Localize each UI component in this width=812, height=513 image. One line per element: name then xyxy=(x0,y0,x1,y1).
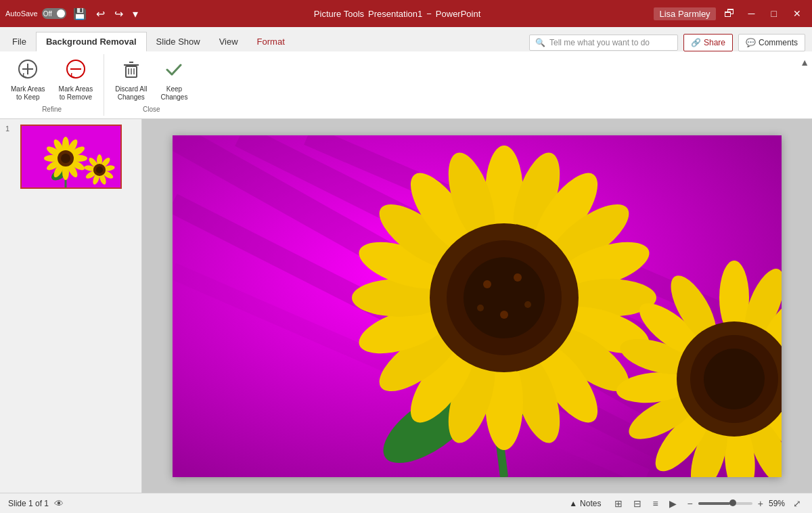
search-icon: 🔍 xyxy=(535,38,545,47)
slide-panel: 1 xyxy=(0,119,142,493)
comments-label: Comments xyxy=(759,38,798,47)
slide-canvas xyxy=(173,135,782,477)
fit-to-window-icon[interactable]: ⤢ xyxy=(790,497,804,510)
tab-background-removal[interactable]: Background Removal xyxy=(36,32,147,52)
ribbon-group-refine: Mark Areasto Keep Mark Areasto Remove Re… xyxy=(0,54,104,116)
status-left: Slide 1 of 1 👁 xyxy=(8,498,558,509)
slide-info: Slide 1 of 1 xyxy=(8,499,49,508)
ribbon-collapse-button[interactable]: ▲ xyxy=(797,54,812,70)
svg-point-70 xyxy=(514,273,522,282)
zoom-minus-button[interactable]: − xyxy=(685,497,696,510)
close-group-label: Close xyxy=(110,106,193,116)
title-bar-right: Lisa Parmley 🗗 ─ □ ✕ xyxy=(654,5,807,22)
slide-number: 1 xyxy=(5,125,15,133)
tab-slide-show[interactable]: Slide Show xyxy=(147,31,210,51)
title-bar: AutoSave Off 💾 ↩ ↪ ▾ Picture Tools Prese… xyxy=(0,0,812,27)
main-area: 1 xyxy=(0,119,812,493)
comments-icon: 💬 xyxy=(746,38,756,47)
share-icon: 🔗 xyxy=(691,38,701,47)
slide-sorter-icon[interactable]: ⊟ xyxy=(631,497,644,510)
search-placeholder: Tell me what you want to do xyxy=(549,38,650,47)
tab-view[interactable]: View xyxy=(210,31,248,51)
zoom-controls: − + 59% xyxy=(685,497,785,510)
presentation-name: Presentation1 xyxy=(368,9,422,19)
slideshow-icon[interactable]: ▶ xyxy=(667,497,679,510)
slide-thumbnail[interactable] xyxy=(20,125,122,189)
mark-areas-keep-button[interactable]: Mark Areasto Keep xyxy=(5,55,51,104)
autosave-state: Off xyxy=(43,10,52,18)
share-button[interactable]: 🔗 Share xyxy=(683,34,733,51)
share-label: Share xyxy=(704,38,725,47)
mark-remove-label: Mark Areasto Remove xyxy=(59,85,93,102)
title-bar-left: AutoSave Off 💾 ↩ ↪ ▾ xyxy=(5,6,141,22)
slide-thumb-inner xyxy=(22,126,120,187)
trash-icon xyxy=(120,58,142,83)
restore-icon[interactable]: 🗗 xyxy=(721,6,738,21)
zoom-slider[interactable] xyxy=(698,502,752,505)
tab-format[interactable]: Format xyxy=(248,31,294,51)
autosave-toggle[interactable]: Off xyxy=(42,8,66,19)
svg-point-93 xyxy=(704,349,765,409)
slide-image xyxy=(173,135,782,477)
comments-button[interactable]: 💬 Comments xyxy=(738,34,805,51)
ribbon-tabs: File Background Removal Slide Show View … xyxy=(0,27,812,51)
notes-icon: ▲ xyxy=(569,499,577,508)
normal-view-icon[interactable]: ⊞ xyxy=(612,497,625,510)
discard-changes-button[interactable]: Discard AllChanges xyxy=(110,55,152,104)
svg-point-71 xyxy=(483,280,491,288)
tab-file[interactable]: File xyxy=(3,31,36,51)
user-name[interactable]: Lisa Parmley xyxy=(654,7,715,20)
svg-point-38 xyxy=(96,166,103,173)
zoom-thumb xyxy=(729,499,736,506)
customize-icon[interactable]: ▾ xyxy=(130,6,141,22)
checkmark-icon xyxy=(163,58,185,83)
mark-areas-remove-button[interactable]: Mark Areasto Remove xyxy=(53,55,99,104)
ribbon-content: Mark Areasto Keep Mark Areasto Remove Re… xyxy=(0,51,812,119)
svg-point-27 xyxy=(61,154,70,163)
ribbon-search-area: 🔍 Tell me what you want to do 🔗 Share 💬 … xyxy=(522,34,812,51)
search-box[interactable]: 🔍 Tell me what you want to do xyxy=(529,35,678,51)
canvas-area[interactable] xyxy=(142,119,812,493)
reading-view-icon[interactable]: ≡ xyxy=(650,497,660,510)
svg-point-73 xyxy=(524,301,531,308)
picture-tools-label: Picture Tools xyxy=(314,9,364,19)
zoom-level: 59% xyxy=(769,499,785,508)
refine-group-label: Refine xyxy=(5,106,98,116)
mark-remove-icon xyxy=(65,58,87,83)
svg-point-72 xyxy=(500,311,508,319)
keep-label: KeepChanges xyxy=(160,85,187,102)
mark-keep-icon xyxy=(17,58,39,83)
zoom-plus-button[interactable]: + xyxy=(755,497,766,510)
save-icon[interactable]: 💾 xyxy=(70,6,89,22)
discard-label: Discard AllChanges xyxy=(115,85,147,102)
notes-label: Notes xyxy=(580,499,601,508)
keep-changes-button[interactable]: KeepChanges xyxy=(155,55,193,104)
status-right: ▲ Notes ⊞ ⊟ ≡ ▶ − + 59% ⤢ xyxy=(564,497,804,510)
notes-button[interactable]: ▲ Notes xyxy=(564,497,606,510)
redo-icon[interactable]: ↪ xyxy=(112,6,126,22)
toggle-knob xyxy=(57,9,65,18)
close-group-items: Discard AllChanges KeepChanges xyxy=(110,54,193,106)
ribbon-group-close: Discard AllChanges KeepChanges Close xyxy=(104,54,198,116)
accessibility-icon[interactable]: 👁 xyxy=(54,498,64,509)
app-name: PowerPoint xyxy=(436,9,480,19)
title-separator: − xyxy=(426,9,432,19)
zoom-slider-fill xyxy=(698,502,730,505)
mark-keep-label: Mark Areasto Keep xyxy=(11,85,45,102)
title-bar-center: Picture Tools Presentation1 − PowerPoint xyxy=(141,9,654,19)
minimize-button[interactable]: ─ xyxy=(743,5,761,22)
close-button[interactable]: ✕ xyxy=(788,5,807,22)
refine-group-items: Mark Areasto Keep Mark Areasto Remove xyxy=(5,54,98,106)
svg-point-69 xyxy=(464,257,545,338)
undo-icon[interactable]: ↩ xyxy=(93,6,108,22)
autosave-label: AutoSave xyxy=(5,9,38,18)
status-bar: Slide 1 of 1 👁 ▲ Notes ⊞ ⊟ ≡ ▶ − + 59% ⤢ xyxy=(0,493,812,513)
list-item: 1 xyxy=(5,125,136,189)
svg-point-74 xyxy=(477,305,484,311)
maximize-button[interactable]: □ xyxy=(766,5,782,22)
